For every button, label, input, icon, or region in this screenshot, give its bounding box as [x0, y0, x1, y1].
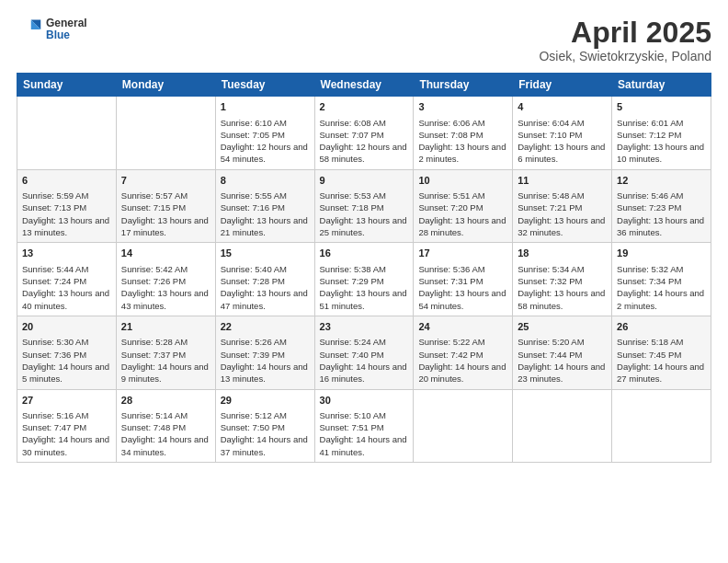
cell-content: 11Sunrise: 5:48 AMSunset: 7:21 PMDayligh…: [518, 174, 607, 239]
day-number: 2: [320, 100, 409, 114]
cell-content: 5Sunrise: 6:01 AMSunset: 7:12 PMDaylight…: [617, 100, 706, 166]
daylight-text: Daylight: 13 hours and 40 minutes.: [22, 287, 111, 312]
sunrise-text: Sunrise: 5:51 AM: [418, 190, 507, 201]
calendar-cell: 9Sunrise: 5:53 AMSunset: 7:18 PMDaylight…: [314, 169, 414, 243]
sunrise-text: Sunrise: 5:24 AM: [320, 336, 409, 348]
cell-content: 19Sunrise: 5:32 AMSunset: 7:34 PMDayligh…: [617, 247, 706, 312]
daylight-text: Daylight: 13 hours and 43 minutes.: [121, 287, 210, 312]
sunset-text: Sunset: 7:12 PM: [617, 129, 706, 141]
calendar-cell: 25Sunrise: 5:20 AMSunset: 7:44 PMDayligh…: [513, 316, 612, 389]
sunset-text: Sunset: 7:45 PM: [617, 349, 706, 361]
sunrise-text: Sunrise: 5:20 AM: [518, 336, 607, 348]
day-number: 30: [320, 394, 409, 408]
calendar-week-row: 20Sunrise: 5:30 AMSunset: 7:36 PMDayligh…: [17, 316, 711, 389]
sunrise-text: Sunrise: 5:55 AM: [221, 190, 310, 201]
day-number: 5: [617, 100, 706, 114]
day-number: 23: [320, 320, 409, 334]
daylight-text: Daylight: 13 hours and 58 minutes.: [518, 287, 607, 312]
calendar-cell: 5Sunrise: 6:01 AMSunset: 7:12 PMDaylight…: [612, 97, 711, 170]
daylight-text: Daylight: 13 hours and 47 minutes.: [221, 287, 310, 312]
daylight-text: Daylight: 14 hours and 30 minutes.: [22, 433, 111, 458]
cell-content: 23Sunrise: 5:24 AMSunset: 7:40 PMDayligh…: [320, 320, 409, 385]
sunrise-text: Sunrise: 5:57 AM: [121, 190, 210, 201]
calendar-cell: 2Sunrise: 6:08 AMSunset: 7:07 PMDaylight…: [314, 97, 414, 170]
sunset-text: Sunset: 7:28 PM: [221, 275, 310, 287]
header: General Blue April 2025 Osiek, Swietokrz…: [17, 17, 711, 63]
sunset-text: Sunset: 7:18 PM: [320, 201, 409, 213]
cell-content: 29Sunrise: 5:12 AMSunset: 7:50 PMDayligh…: [221, 394, 310, 459]
day-number: 24: [418, 320, 507, 334]
day-number: 15: [221, 247, 310, 260]
day-number: 1: [221, 100, 310, 114]
cell-content: 25Sunrise: 5:20 AMSunset: 7:44 PMDayligh…: [518, 320, 607, 385]
calendar-cell: 11Sunrise: 5:48 AMSunset: 7:21 PMDayligh…: [513, 169, 612, 243]
cell-content: 30Sunrise: 5:10 AMSunset: 7:51 PMDayligh…: [320, 394, 409, 459]
calendar-cell: 14Sunrise: 5:42 AMSunset: 7:26 PMDayligh…: [116, 243, 215, 316]
sunset-text: Sunset: 7:21 PM: [518, 201, 607, 213]
cell-content: 24Sunrise: 5:22 AMSunset: 7:42 PMDayligh…: [418, 320, 507, 385]
sunset-text: Sunset: 7:10 PM: [518, 129, 607, 141]
day-number: 8: [221, 174, 310, 188]
sunrise-text: Sunrise: 5:36 AM: [418, 263, 507, 275]
daylight-text: Daylight: 14 hours and 37 minutes.: [221, 433, 310, 458]
daylight-text: Daylight: 14 hours and 13 minutes.: [221, 361, 310, 385]
day-number: 11: [518, 174, 607, 188]
cell-content: 27Sunrise: 5:16 AMSunset: 7:47 PMDayligh…: [22, 394, 111, 459]
calendar-week-row: 6Sunrise: 5:59 AMSunset: 7:13 PMDaylight…: [17, 169, 711, 243]
cell-content: 1Sunrise: 6:10 AMSunset: 7:05 PMDaylight…: [221, 100, 310, 166]
sunset-text: Sunset: 7:26 PM: [121, 275, 210, 287]
calendar-cell: 7Sunrise: 5:57 AMSunset: 7:15 PMDaylight…: [116, 169, 215, 243]
sunrise-text: Sunrise: 6:01 AM: [617, 117, 706, 129]
sunrise-text: Sunrise: 5:42 AM: [121, 263, 210, 275]
daylight-text: Daylight: 14 hours and 20 minutes.: [418, 361, 507, 385]
daylight-text: Daylight: 14 hours and 5 minutes.: [22, 361, 111, 385]
logo: General Blue: [17, 17, 87, 42]
cell-content: 26Sunrise: 5:18 AMSunset: 7:45 PMDayligh…: [617, 320, 706, 385]
cell-content: 10Sunrise: 5:51 AMSunset: 7:20 PMDayligh…: [418, 174, 507, 239]
cell-content: 6Sunrise: 5:59 AMSunset: 7:13 PMDaylight…: [22, 174, 111, 239]
weekday-header: Wednesday: [314, 74, 414, 97]
sunset-text: Sunset: 7:07 PM: [320, 129, 409, 141]
weekday-header: Monday: [116, 74, 215, 97]
calendar-cell: 22Sunrise: 5:26 AMSunset: 7:39 PMDayligh…: [215, 316, 314, 389]
day-number: 28: [121, 394, 210, 408]
cell-content: 20Sunrise: 5:30 AMSunset: 7:36 PMDayligh…: [22, 320, 111, 385]
logo-icon: [17, 17, 42, 42]
cell-content: 9Sunrise: 5:53 AMSunset: 7:18 PMDaylight…: [320, 174, 409, 239]
sunrise-text: Sunrise: 5:34 AM: [518, 263, 607, 275]
calendar-cell: 19Sunrise: 5:32 AMSunset: 7:34 PMDayligh…: [612, 243, 711, 316]
sunset-text: Sunset: 7:37 PM: [121, 349, 210, 361]
day-number: 25: [518, 320, 607, 334]
sunrise-text: Sunrise: 5:46 AM: [617, 190, 706, 201]
calendar-cell: [414, 389, 513, 463]
daylight-text: Daylight: 13 hours and 25 minutes.: [320, 214, 409, 239]
day-number: 27: [22, 394, 111, 408]
daylight-text: Daylight: 13 hours and 21 minutes.: [221, 214, 310, 239]
cell-content: 3Sunrise: 6:06 AMSunset: 7:08 PMDaylight…: [418, 100, 507, 166]
sunset-text: Sunset: 7:29 PM: [320, 275, 409, 287]
calendar-cell: 18Sunrise: 5:34 AMSunset: 7:32 PMDayligh…: [513, 243, 612, 316]
sunrise-text: Sunrise: 5:40 AM: [221, 263, 310, 275]
calendar-cell: 24Sunrise: 5:22 AMSunset: 7:42 PMDayligh…: [414, 316, 513, 389]
calendar-cell: [513, 389, 612, 463]
calendar-cell: 1Sunrise: 6:10 AMSunset: 7:05 PMDaylight…: [215, 97, 314, 170]
day-number: 18: [518, 247, 607, 260]
location: Osiek, Swietokrzyskie, Poland: [539, 49, 711, 63]
sunrise-text: Sunrise: 5:30 AM: [22, 336, 111, 348]
sunset-text: Sunset: 7:13 PM: [22, 201, 111, 213]
daylight-text: Daylight: 13 hours and 36 minutes.: [617, 214, 706, 239]
cell-content: 13Sunrise: 5:44 AMSunset: 7:24 PMDayligh…: [22, 247, 111, 312]
sunrise-text: Sunrise: 6:06 AM: [418, 117, 507, 129]
sunrise-text: Sunrise: 6:04 AM: [518, 117, 607, 129]
calendar-cell: 29Sunrise: 5:12 AMSunset: 7:50 PMDayligh…: [215, 389, 314, 463]
daylight-text: Daylight: 14 hours and 27 minutes.: [617, 361, 706, 385]
logo-text: General Blue: [46, 17, 87, 41]
sunset-text: Sunset: 7:16 PM: [221, 201, 310, 213]
calendar-cell: 8Sunrise: 5:55 AMSunset: 7:16 PMDaylight…: [215, 169, 314, 243]
sunrise-text: Sunrise: 5:59 AM: [22, 190, 111, 201]
sunset-text: Sunset: 7:05 PM: [221, 129, 310, 141]
day-number: 21: [121, 320, 210, 334]
sunset-text: Sunset: 7:32 PM: [518, 275, 607, 287]
day-number: 13: [22, 247, 111, 260]
sunrise-text: Sunrise: 5:16 AM: [22, 409, 111, 421]
